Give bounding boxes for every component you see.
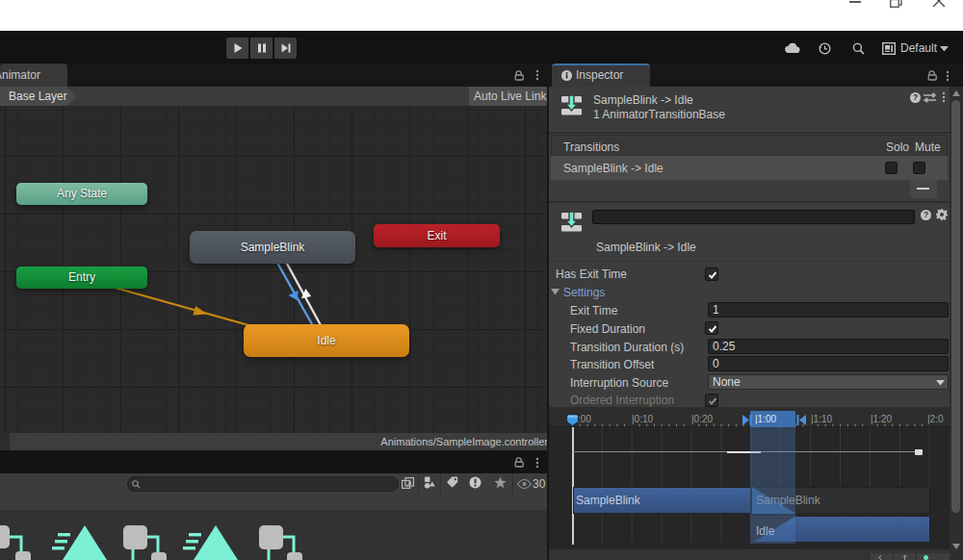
svg-text:?: ? (924, 210, 928, 219)
svg-text:?: ? (913, 92, 918, 102)
